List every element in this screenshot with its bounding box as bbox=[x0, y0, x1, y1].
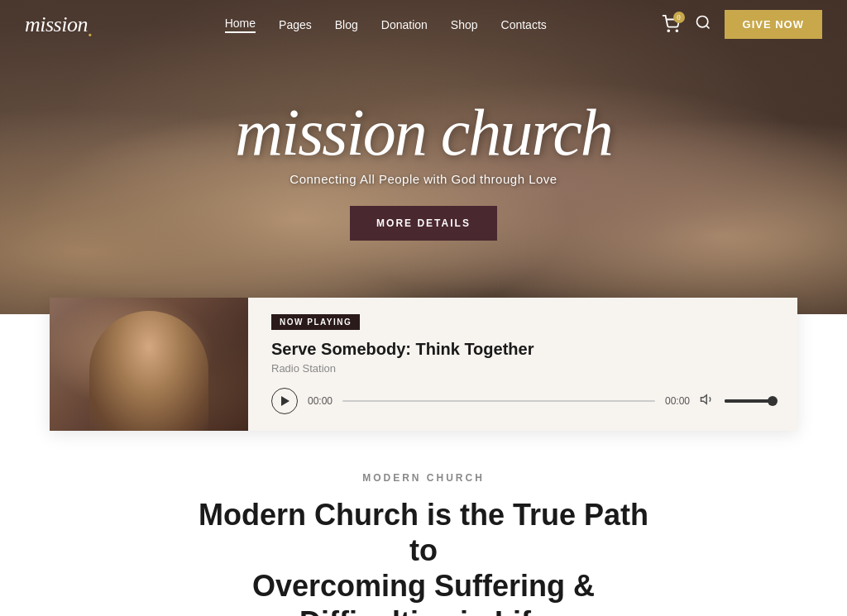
nav-shop[interactable]: Shop bbox=[451, 18, 478, 31]
track-title: Serve Somebody: Think Together bbox=[271, 340, 774, 359]
volume-icon bbox=[700, 392, 715, 410]
play-icon bbox=[281, 396, 290, 406]
volume-slider[interactable] bbox=[725, 399, 774, 403]
cart-badge: 0 bbox=[673, 12, 685, 23]
track-station: Radio Station bbox=[271, 362, 774, 375]
progress-bar[interactable] bbox=[342, 400, 655, 402]
modern-church-section: MODERN CHURCH Modern Church is the True … bbox=[0, 431, 847, 616]
section-label: MODERN CHURCH bbox=[25, 472, 822, 484]
cart-icon[interactable]: 0 bbox=[662, 15, 682, 35]
header-right: 0 GIVE NOW bbox=[662, 10, 822, 39]
section-heading-line2: Overcoming Suffering & Difficulties in L… bbox=[252, 569, 595, 616]
hero-title: mission church bbox=[235, 99, 612, 165]
nav-home[interactable]: Home bbox=[225, 17, 256, 33]
svg-point-0 bbox=[668, 30, 669, 31]
time-total: 00:00 bbox=[665, 395, 690, 407]
svg-marker-4 bbox=[701, 395, 707, 404]
logo: mission. bbox=[25, 12, 93, 37]
audio-info: NOW PLAYING Serve Somebody: Think Togeth… bbox=[248, 298, 797, 431]
give-now-button[interactable]: GIVE NOW bbox=[725, 10, 822, 39]
search-icon[interactable] bbox=[695, 14, 711, 35]
nav-pages[interactable]: Pages bbox=[279, 18, 312, 31]
section-heading: Modern Church is the True Path to Overco… bbox=[184, 497, 663, 616]
play-button[interactable] bbox=[271, 388, 298, 414]
audio-controls: 00:00 00:00 bbox=[271, 388, 774, 414]
nav-contacts[interactable]: Contacts bbox=[501, 18, 547, 31]
audio-thumbnail bbox=[50, 298, 248, 431]
volume-knob bbox=[768, 396, 778, 406]
svg-point-2 bbox=[696, 17, 707, 27]
main-nav: Home Pages Blog Donation Shop Contacts bbox=[225, 17, 547, 33]
svg-point-1 bbox=[676, 30, 677, 31]
header: mission. Home Pages Blog Donation Shop C… bbox=[0, 0, 847, 49]
time-current: 00:00 bbox=[308, 395, 333, 407]
more-details-button[interactable]: MORE DETAILS bbox=[350, 206, 497, 241]
hero-subtitle: Connecting All People with God through L… bbox=[290, 172, 557, 186]
volume-fill bbox=[725, 399, 757, 403]
nav-blog[interactable]: Blog bbox=[335, 18, 358, 31]
nav-donation[interactable]: Donation bbox=[381, 18, 428, 31]
svg-line-3 bbox=[706, 26, 709, 29]
section-heading-line1: Modern Church is the True Path to bbox=[199, 498, 648, 567]
audio-player-section: NOW PLAYING Serve Somebody: Think Togeth… bbox=[50, 298, 797, 431]
now-playing-badge: NOW PLAYING bbox=[271, 314, 360, 330]
